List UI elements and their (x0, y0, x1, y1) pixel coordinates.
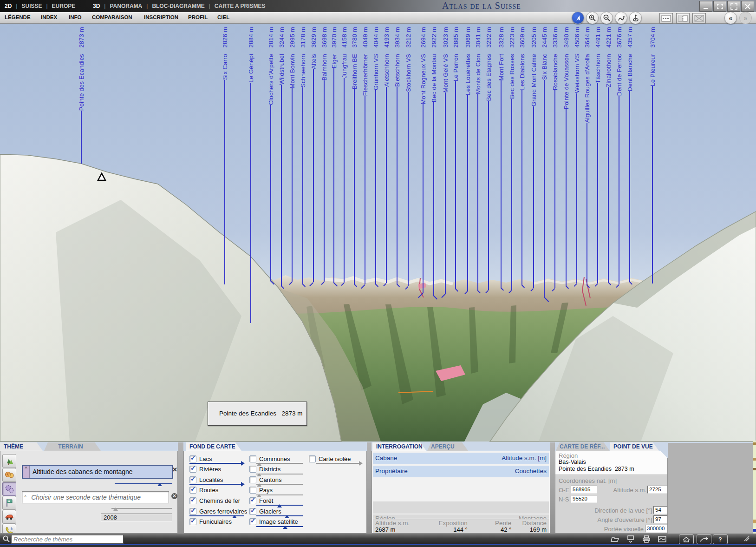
help-button[interactable]: ? (713, 534, 728, 544)
menu-item-ciel[interactable]: CIEL (217, 14, 229, 20)
layer-checkbox[interactable] (249, 497, 256, 504)
zoom-in-icon[interactable] (586, 12, 599, 24)
layer-checkbox[interactable] (309, 455, 316, 462)
panorama-home-button[interactable] (679, 534, 694, 544)
mode-menu-item-carte-a-prismes[interactable]: CARTE A PRISMES (215, 3, 266, 9)
layer-opacity-slider[interactable] (256, 526, 303, 527)
layer-opacity-slider[interactable] (256, 463, 303, 464)
layer-opacity-slider[interactable] (256, 515, 303, 516)
layer-opacity-slider[interactable] (316, 463, 362, 464)
theme-category-nature-icon[interactable] (2, 454, 16, 468)
close-button[interactable] (741, 1, 754, 12)
interrogation-panel: INTERROGATION APERÇU Cabane Altitude s.m… (371, 442, 550, 534)
layer-checkbox[interactable] (189, 518, 196, 525)
mode-menu-item-bloc-diagramme[interactable]: BLOC-DIAGRAMME (152, 3, 204, 9)
tab-carte-de-reference[interactable]: CARTE DE RÉF... (556, 442, 610, 451)
split-cross-icon[interactable] (692, 13, 706, 24)
split-vertical-icon[interactable] (676, 13, 690, 24)
secondary-opacity-slider[interactable] (111, 508, 172, 509)
layer-opacity-slider[interactable] (189, 463, 244, 464)
layer-checkbox[interactable] (249, 466, 256, 473)
peak-leader-line (309, 69, 318, 286)
menu-item-index[interactable]: INDEX (41, 14, 57, 20)
layer-checkbox[interactable] (189, 476, 196, 483)
theme-category-state-icon[interactable] (2, 496, 16, 510)
empty-panel-area (668, 443, 753, 534)
theme-category-transport-icon[interactable] (2, 510, 16, 524)
restore-button[interactable] (713, 1, 726, 12)
layer-checkbox[interactable] (189, 497, 196, 504)
viewpoint-tool-icon[interactable] (629, 12, 642, 24)
visual-range-field[interactable]: 300000 (645, 525, 668, 533)
clear-secondary-theme-icon[interactable]: ✕ (171, 493, 177, 499)
tab-theme[interactable]: THÈME (0, 442, 43, 451)
peak-leader-line (288, 88, 296, 284)
forward-icon[interactable]: » (739, 12, 752, 24)
theme-category-population-icon[interactable] (2, 468, 16, 482)
primary-theme-dropdown[interactable]: ^ Altitude des cabanes de montagne (22, 465, 173, 479)
menu-item-info[interactable]: INFO (69, 14, 81, 20)
year-field[interactable]: 2008 (101, 514, 172, 522)
layer-checkbox[interactable] (189, 455, 196, 462)
peak-leader-line (451, 81, 460, 292)
split-horizontal-icon[interactable] (659, 13, 673, 24)
layer-opacity-slider[interactable] (256, 505, 303, 506)
minimize-button[interactable] (699, 1, 712, 12)
back-icon[interactable]: « (724, 12, 737, 24)
layer-checkbox[interactable] (189, 466, 196, 473)
theme-opacity-slider[interactable] (115, 483, 172, 484)
view-direction-field[interactable]: 54 (653, 506, 668, 514)
layer-opacity-slider[interactable] (189, 484, 244, 485)
menu-item-inscription[interactable]: INSCRIPTION (144, 14, 178, 20)
tab-interrogation[interactable]: INTERROGATION (372, 442, 426, 451)
layer-opacity-slider[interactable] (189, 515, 244, 516)
aperture-angle-field[interactable]: 97 (653, 515, 668, 523)
layer-checkbox[interactable] (189, 508, 196, 515)
image-export-icon[interactable] (657, 535, 668, 543)
mode-menu-item-europe[interactable]: EUROPE (52, 3, 76, 9)
layer-checkbox[interactable] (189, 487, 196, 494)
dropdown-caret-icon[interactable]: ^ (23, 466, 30, 478)
menu-item-l-gende[interactable]: LÉGENDE (5, 14, 31, 20)
layer-opacity-slider[interactable] (256, 484, 303, 485)
layer-checkbox[interactable] (249, 455, 256, 462)
tab-terrain[interactable]: TERRAIN (44, 442, 101, 451)
profile-tool-icon[interactable] (615, 12, 627, 24)
secondary-theme-dropdown[interactable]: ^ Choisir une seconde carte thématique (22, 491, 169, 503)
mode-menu-item-panorama[interactable]: PANORAMA (110, 3, 142, 9)
print-icon[interactable] (641, 535, 652, 543)
oe-field[interactable]: 568905 (571, 486, 597, 494)
peak-leader-line (404, 92, 412, 289)
open-folder-icon[interactable] (610, 535, 621, 543)
peak-leader-line (540, 80, 548, 302)
layer-opacity-slider[interactable] (256, 474, 303, 475)
zoom-out-icon[interactable] (600, 12, 613, 24)
export-icon[interactable] (626, 535, 637, 543)
menu-item-comparaison[interactable]: COMPARAISON (92, 14, 132, 20)
peak-label: Schneehorn 3178 m (299, 27, 307, 287)
pointer-tool-button[interactable] (572, 12, 584, 24)
mode-menu-item-suisse[interactable]: SUISSE (21, 3, 42, 9)
theme-category-economy-icon[interactable] (2, 482, 16, 496)
tab-apercu[interactable]: APERÇU (427, 442, 468, 451)
tab-point-de-vue[interactable]: POINT DE VUE (610, 442, 659, 451)
layer-checkbox[interactable] (249, 518, 256, 525)
menu-separator: | (209, 3, 210, 9)
peak-label-text: Aiguilles Rouges d'Arolla 3644 m (583, 27, 591, 123)
layer-opacity-slider[interactable] (256, 494, 303, 495)
measure-link-button[interactable] (697, 534, 711, 544)
theme-category-energy-icon[interactable] (2, 524, 16, 534)
menu-item-profil[interactable]: PROFIL (188, 14, 208, 20)
ns-field[interactable]: 95520 (571, 495, 597, 503)
layer-checkbox[interactable] (249, 487, 256, 494)
tab-fond-de-carte[interactable]: FOND DE CARTE (186, 442, 241, 451)
remove-theme-icon[interactable]: ✕ (172, 467, 177, 473)
maximize-button[interactable] (727, 1, 740, 12)
altitude-field[interactable]: 2725 (647, 486, 668, 494)
layer-checkbox[interactable] (249, 476, 256, 483)
mode-menu-item-2d[interactable]: 2D (5, 3, 12, 9)
theme-search-input[interactable] (11, 535, 124, 544)
layer-label: Carte isolée (319, 455, 351, 462)
layer-checkbox[interactable] (249, 508, 256, 515)
mode-menu-item-3d[interactable]: 3D (93, 3, 100, 9)
